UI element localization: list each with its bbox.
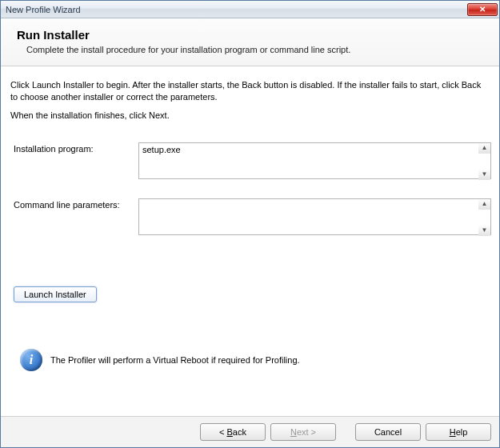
page-subtitle: Complete the install procedure for your … (26, 45, 483, 54)
cmdline-label: Command line parameters: (9, 198, 138, 210)
spin-up-icon[interactable]: ▲ (478, 199, 490, 210)
cmdline-row: Command line parameters: ▲ ▼ (9, 198, 491, 237)
install-program-label: Installation program: (9, 142, 138, 154)
footer-gap (341, 423, 350, 441)
cmdline-input[interactable] (138, 198, 491, 235)
launch-row: Launch Installer (9, 286, 491, 302)
install-program-row: Installation program: ▲ ▼ (9, 142, 491, 181)
help-button[interactable]: Help (426, 423, 491, 441)
info-icon: i (20, 349, 42, 371)
titlebar: New Profile Wizard ✕ (1, 1, 499, 18)
close-button[interactable]: ✕ (467, 3, 498, 16)
wizard-footer: < Back Next > Cancel Help (1, 416, 499, 447)
instructions-line2: When the installation finishes, click Ne… (10, 110, 490, 122)
install-program-field-wrap: ▲ ▼ (138, 142, 491, 181)
cmdline-field-wrap: ▲ ▼ (138, 198, 491, 237)
install-program-input[interactable] (138, 142, 491, 179)
form-area: Installation program: ▲ ▼ Command line p… (9, 142, 491, 254)
launch-installer-button[interactable]: Launch Installer (14, 286, 97, 302)
instructions-line1: Click Launch Installer to begin. After t… (10, 79, 490, 103)
close-icon: ✕ (479, 6, 486, 14)
wizard-window: New Profile Wizard ✕ Run Installer Compl… (0, 0, 500, 448)
info-row: i The Profiler will perform a Virtual Re… (9, 349, 491, 371)
spin-down-icon[interactable]: ▼ (478, 170, 490, 180)
wizard-content: Click Launch Installer to begin. After t… (1, 66, 499, 416)
info-text: The Profiler will perform a Virtual Rebo… (50, 355, 300, 365)
spin-up-icon[interactable]: ▲ (478, 143, 490, 154)
back-button[interactable]: < Back (200, 423, 266, 441)
install-program-spinner: ▲ ▼ (478, 143, 490, 180)
wizard-header: Run Installer Complete the install proce… (1, 18, 499, 66)
window-title: New Profile Wizard (6, 5, 81, 14)
cmdline-spinner: ▲ ▼ (478, 199, 490, 236)
cancel-button[interactable]: Cancel (355, 423, 421, 441)
spin-down-icon[interactable]: ▼ (478, 226, 490, 236)
next-button[interactable]: Next > (270, 423, 336, 441)
page-title: Run Installer (17, 28, 483, 42)
